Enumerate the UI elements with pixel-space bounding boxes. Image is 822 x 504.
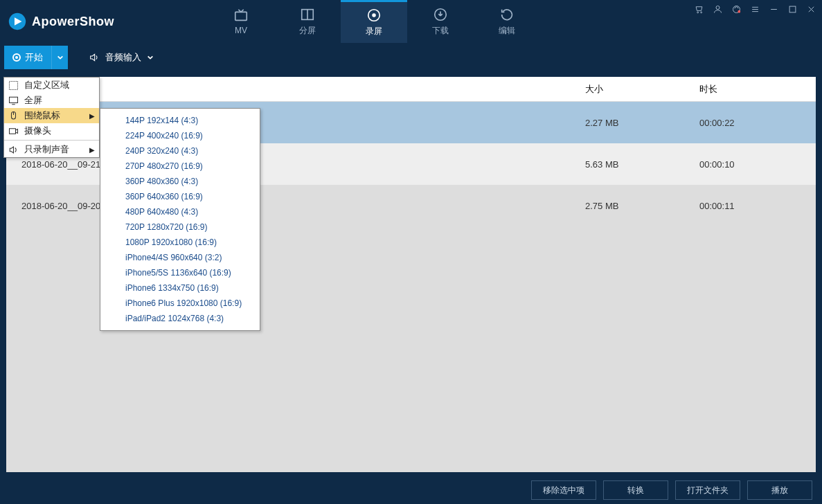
camera-icon (8, 126, 19, 136)
chevron-down-icon (147, 54, 154, 61)
resolution-option[interactable]: iPhone4/4S 960x640 (3:2) (100, 250, 260, 265)
record-dot-icon (12, 53, 21, 62)
svg-rect-20 (10, 97, 18, 102)
convert-button[interactable]: 转换 (603, 480, 668, 500)
resolution-option[interactable]: 720P 1280x720 (16:9) (100, 219, 260, 235)
resolution-option[interactable]: 360P 480x360 (4:3) (100, 174, 260, 189)
split-icon (300, 7, 315, 22)
menu-item-audio-only[interactable]: 只录制声音 ▶ (4, 142, 99, 157)
start-button-group: 开始 (4, 46, 68, 69)
menu-separator (4, 140, 99, 141)
resolution-option[interactable]: 480P 640x480 (4:3) (100, 204, 260, 219)
table-header-size[interactable]: 大小 (585, 83, 699, 96)
tv-icon (233, 8, 249, 23)
chevron-down-icon (57, 54, 64, 61)
svg-point-5 (372, 13, 376, 17)
close-icon[interactable] (806, 4, 816, 15)
record-mode-menu: 自定义区域 全屏 围绕鼠标 ▶ 摄像头 只录制声音 ▶ (3, 77, 100, 158)
table-header-duration[interactable]: 时长 (699, 83, 816, 96)
resolution-option[interactable]: iPhone6 Plus 1920x1080 (16:9) (100, 296, 260, 311)
audio-icon (8, 145, 19, 155)
app-name: ApowerShow (32, 15, 114, 29)
menu-item-around-mouse[interactable]: 围绕鼠标 ▶ (4, 108, 99, 123)
resolution-option[interactable]: 1080P 1920x1080 (16:9) (100, 235, 260, 250)
svg-point-11 (738, 10, 740, 13)
menu-icon[interactable] (750, 4, 760, 15)
remove-selected-button[interactable]: 移除选中项 (531, 480, 596, 500)
resolution-option[interactable]: iPad/iPad2 1024x768 (4:3) (100, 311, 260, 326)
svg-point-8 (701, 12, 702, 13)
resolution-option[interactable]: iPhone6 1334x750 (16:9) (100, 280, 260, 296)
audio-input-select[interactable]: 音频输入 (89, 51, 154, 64)
maximize-icon[interactable] (787, 4, 798, 15)
resolution-option[interactable]: 270P 480x270 (16:9) (100, 159, 260, 174)
svg-point-9 (716, 6, 720, 10)
record-icon (366, 8, 382, 23)
resolution-option[interactable]: 144P 192x144 (4:3) (100, 113, 260, 128)
play-button[interactable]: 播放 (747, 480, 812, 500)
resolution-option[interactable]: 240P 320x240 (4:3) (100, 143, 260, 159)
tab-split-screen[interactable]: 分屏 (274, 0, 341, 43)
mouse-icon (8, 111, 19, 121)
svg-rect-1 (235, 12, 247, 20)
footer-actions: 移除选中项 转换 打开文件夹 播放 (0, 476, 822, 504)
table-header: 大小 时长 (6, 77, 816, 102)
speaker-icon (89, 52, 100, 63)
menu-item-fullscreen[interactable]: 全屏 (4, 93, 99, 108)
user-icon[interactable] (713, 4, 723, 15)
monitor-icon (8, 96, 19, 106)
minimize-icon[interactable] (769, 4, 779, 15)
svg-point-7 (697, 12, 699, 13)
resolution-option[interactable]: iPhone5/5S 1136x640 (16:9) (100, 265, 260, 280)
tab-mv[interactable]: MV (208, 0, 274, 43)
submenu-arrow-icon: ▶ (89, 146, 95, 154)
edit-icon (499, 7, 515, 22)
cart-icon[interactable] (694, 4, 704, 15)
app-logo-icon (8, 12, 26, 30)
resolution-submenu: 144P 192x144 (4:3) 224P 400x240 (16:9) 2… (100, 108, 260, 331)
submenu-arrow-icon: ▶ (89, 112, 95, 120)
svg-rect-16 (789, 6, 796, 12)
svg-rect-19 (10, 81, 18, 89)
menu-item-camera[interactable]: 摄像头 (4, 123, 99, 138)
resolution-option[interactable]: 224P 400x240 (16:9) (100, 128, 260, 143)
start-dropdown-toggle[interactable] (51, 46, 68, 69)
tab-download[interactable]: 下载 (407, 0, 474, 43)
open-folder-button[interactable]: 打开文件夹 (675, 480, 740, 500)
main-tabs: MV 分屏 录屏 下载 编辑 (208, 0, 540, 43)
support-icon[interactable] (731, 4, 742, 15)
select-area-icon (8, 80, 19, 91)
window-controls (694, 4, 816, 15)
menu-item-custom-area[interactable]: 自定义区域 (4, 78, 99, 93)
resolution-option[interactable]: 360P 640x360 (16:9) (100, 189, 260, 204)
tab-edit[interactable]: 编辑 (474, 0, 540, 43)
download-icon (433, 7, 448, 22)
start-record-button[interactable]: 开始 (4, 46, 51, 69)
brand: ApowerShow (0, 12, 114, 30)
title-bar: ApowerShow MV 分屏 录屏 下载 编辑 (0, 0, 822, 43)
svg-rect-24 (10, 128, 16, 134)
record-toolbar: 开始 音频输入 (0, 43, 822, 72)
tab-record[interactable]: 录屏 (341, 0, 407, 43)
